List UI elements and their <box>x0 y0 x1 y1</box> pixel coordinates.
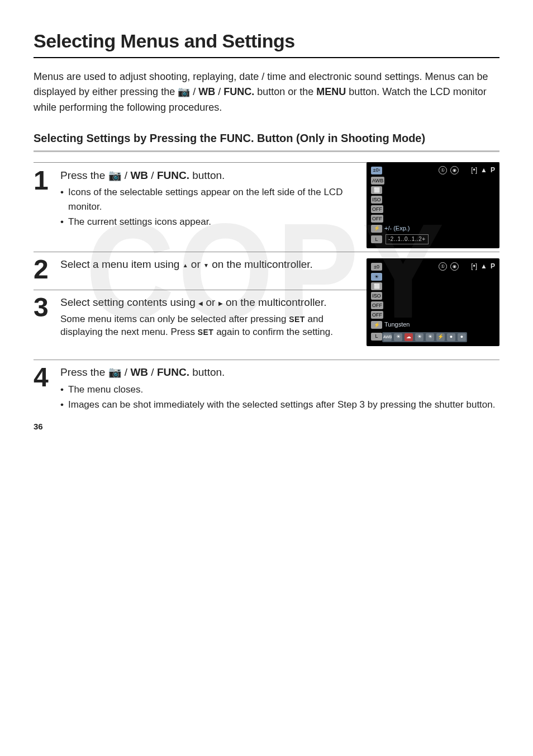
menu-item-flash: ⚡ <box>371 225 382 233</box>
wb-opt-cloud: ☁ <box>404 333 413 341</box>
step-title: Press the 📷 / WB / FUNC. button. <box>60 168 358 183</box>
exp-scale: -2..1..0..1..2+ <box>386 234 429 244</box>
rec-icon: ◉ <box>450 166 459 174</box>
step-bullet: Images can be shot immediately with the … <box>60 398 499 412</box>
wb-label: Tungsten <box>384 320 410 329</box>
wb-strip: AWB ☀ ☁ ☀ ☀ ⚡ ● ● <box>382 332 467 342</box>
step-title: Press the 📷 / WB / FUNC. button. <box>60 365 499 380</box>
step-body: Some menu items can only be selected aft… <box>60 313 358 339</box>
lead-paragraph: Menus are used to adjust shooting, repla… <box>34 69 499 116</box>
lock-icon: ▲ <box>480 262 487 271</box>
page-heading: Selecting Menus and Settings <box>34 28 499 55</box>
menu-item-size: L <box>371 333 382 341</box>
menu-item-awb: AWB <box>371 177 384 185</box>
lcd-figure-1: ±0› ① ◉ [•] ▲ P AWB ⬜ ISO OFF OFF ⚡ +/- … <box>367 162 499 248</box>
meter-icon: [•] <box>471 262 477 271</box>
section-subhead: Selecting Settings by Pressing the FUNC.… <box>34 130 499 146</box>
step-1: 1 Press the 📷 / WB / FUNC. button. Icons… <box>34 168 358 230</box>
step-sep <box>34 360 499 360</box>
menu-item-ev: ±0 <box>371 263 382 271</box>
menu-item-off1: OFF <box>371 301 383 309</box>
mode-letter: P <box>491 166 495 175</box>
mode-letter: P <box>491 262 495 271</box>
menu-item-off2: OFF <box>371 311 383 319</box>
menu-item-off2: OFF <box>371 215 383 223</box>
subhead-rule <box>34 150 499 152</box>
wb-opt-flash: ● <box>447 333 455 341</box>
menu-item-rect: ⬜ <box>371 186 382 194</box>
menu-item-off1: OFF <box>371 205 383 213</box>
exp-label: +/- (Exp.) <box>384 224 410 233</box>
left-arrow-icon: ◀ <box>198 300 203 306</box>
menu-item-iso: ISO <box>371 292 382 300</box>
step-title: Select setting contents using ◀ or ▶ on … <box>60 295 358 310</box>
menu-item-flash: ⚡ <box>371 321 382 329</box>
step-bullet: Icons of the selectable settings appear … <box>60 185 358 214</box>
wb-opt-awb: AWB <box>383 333 392 341</box>
flash-icon: ① <box>439 262 447 271</box>
step-number: 1 <box>34 168 56 192</box>
down-arrow-icon: ▼ <box>203 262 209 268</box>
wb-opt-fluorh: ⚡ <box>436 333 445 341</box>
step-3: 3 Select setting contents using ◀ or ▶ o… <box>34 295 358 339</box>
lock-icon: ▲ <box>480 166 487 175</box>
wb-opt-day: ☀ <box>394 333 402 341</box>
heading-rule <box>34 57 499 58</box>
step-bullet: The current settings icons appear. <box>60 215 358 229</box>
meter-icon: [•] <box>471 166 477 175</box>
menu-item-wb-bulb: ☀ <box>371 273 382 281</box>
step-bullet: The menu closes. <box>60 382 499 397</box>
step-title: Select a menu item using ▲ or ▼ on the m… <box>60 257 358 272</box>
step-2: 2 Select a menu item using ▲ or ▼ on the… <box>34 257 358 281</box>
menu-item-rect: ⬜ <box>371 282 382 290</box>
wb-opt-custom: ● <box>458 333 466 341</box>
step-4: 4 Press the 📷 / WB / FUNC. button. The m… <box>34 365 499 413</box>
step-number: 4 <box>34 365 56 389</box>
kbd-icon: 📷 <box>178 86 190 97</box>
rec-icon: ◉ <box>450 262 459 271</box>
page-number: 36 <box>34 420 43 432</box>
right-arrow-icon: ▶ <box>218 300 223 306</box>
wb-opt-fluor: ☀ <box>426 333 434 341</box>
step-number: 2 <box>34 257 56 281</box>
up-arrow-icon: ▲ <box>183 262 188 268</box>
lcd-figure-2: ±0 ① ◉ [•] ▲ P ☀ ⬜ ISO OFF OFF ⚡ Tungste… <box>367 258 499 346</box>
flash-icon: ① <box>439 166 447 174</box>
menu-item-iso: ISO <box>371 196 382 204</box>
menu-item-size: L <box>371 235 382 243</box>
step-number: 3 <box>34 295 56 319</box>
menu-item-ev: ±0› <box>371 167 382 174</box>
wb-opt-tungsten: ☀ <box>415 333 423 341</box>
